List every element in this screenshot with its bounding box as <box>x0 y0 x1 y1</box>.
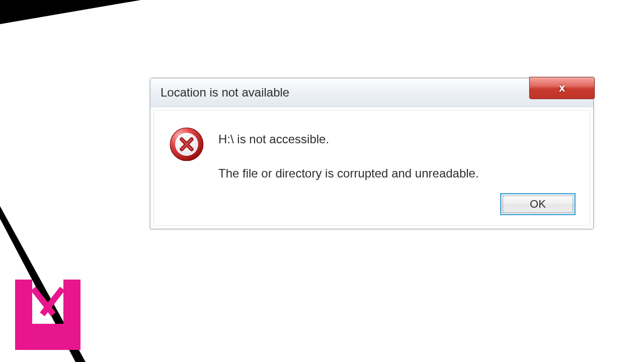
message-line-2: The file or directory is corrupted and u… <box>218 165 479 182</box>
dialog-titlebar[interactable]: Location is not available x <box>150 78 593 107</box>
dialog-title: Location is not available <box>160 85 289 100</box>
error-icon <box>169 127 204 162</box>
ok-button[interactable]: OK <box>500 193 576 215</box>
dialog-message: H:\ is not accessible. The file or direc… <box>218 124 479 182</box>
error-dialog: Location is not available x <box>150 78 594 229</box>
dialog-content: H:\ is not accessible. The file or direc… <box>153 110 590 226</box>
close-icon: x <box>559 82 565 94</box>
close-button[interactable]: x <box>529 77 595 99</box>
brand-logo <box>15 280 80 350</box>
message-line-1: H:\ is not accessible. <box>218 131 479 148</box>
frame-top-left <box>0 0 141 24</box>
